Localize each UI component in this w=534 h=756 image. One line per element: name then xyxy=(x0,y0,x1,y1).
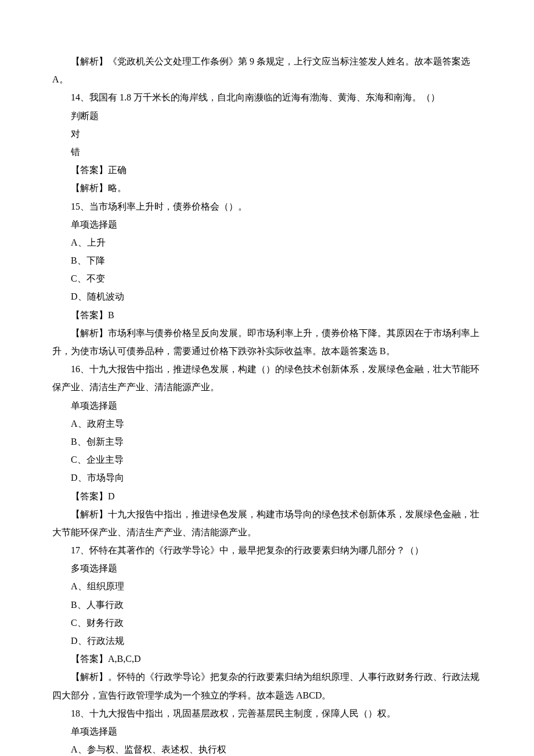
q16-option-a: A、政府主导 xyxy=(52,415,482,433)
q13-explanation: 【解析】《党政机关公文处理工作条例》第 9 条规定，上行文应当标注签发人姓名。故… xyxy=(52,52,482,88)
q16-explanation: 【解析】十九大报告中指出，推进绿色发展，构建市场导向的绿色技术创新体系，发展绿色… xyxy=(52,505,482,541)
q15-stem: 15、当市场利率上升时，债券价格会（）。 xyxy=(52,197,482,215)
q16-answer: 【答案】D xyxy=(52,487,482,505)
q17-type: 多项选择题 xyxy=(52,559,482,577)
q16-option-b: B、创新主导 xyxy=(52,433,482,451)
q16-option-d: D、市场导向 xyxy=(52,469,482,487)
q14-type: 判断题 xyxy=(52,107,482,125)
q17-answer: 【答案】A,B,C,D xyxy=(52,650,482,668)
q15-option-c: C、不变 xyxy=(52,269,482,287)
q15-option-b: B、下降 xyxy=(52,251,482,269)
q18-option-a: A、参与权、监督权、表述权、执行权 xyxy=(52,740,482,756)
q17-option-d: D、行政法规 xyxy=(52,632,482,650)
q14-stem: 14、我国有 1.8 万千米长的海岸线，自北向南濒临的近海有渤海、黄海、东海和南… xyxy=(52,88,482,106)
q14-option-true: 对 xyxy=(52,125,482,143)
q16-type: 单项选择题 xyxy=(52,397,482,415)
q15-explanation: 【解析】市场利率与债券价格呈反向发展。即市场利率上升，债券价格下降。其原因在于市… xyxy=(52,324,482,360)
q14-option-false: 错 xyxy=(52,143,482,161)
q17-option-c: C、财务行政 xyxy=(52,614,482,632)
q17-option-a: A、组织原理 xyxy=(52,577,482,595)
q16-option-c: C、企业主导 xyxy=(52,451,482,469)
q18-stem: 18、十九大报告中指出，巩固基层政权，完善基层民主制度，保障人民（）权。 xyxy=(52,704,482,722)
q17-stem: 17、怀特在其著作的《行政学导论》中，最早把复杂的行政要素归纳为哪几部分？（） xyxy=(52,541,482,559)
q15-type: 单项选择题 xyxy=(52,215,482,233)
q16-stem: 16、十九大报告中指出，推进绿色发展，构建（）的绿色技术创新体系，发展绿色金融，… xyxy=(52,360,482,396)
q14-explanation: 【解析】略。 xyxy=(52,179,482,197)
q17-option-b: B、人事行政 xyxy=(52,596,482,614)
q15-option-d: D、随机波动 xyxy=(52,287,482,305)
q15-answer: 【答案】B xyxy=(52,306,482,324)
q18-type: 单项选择题 xyxy=(52,722,482,740)
document-page: 【解析】《党政机关公文处理工作条例》第 9 条规定，上行文应当标注签发人姓名。故… xyxy=(0,0,534,756)
q15-option-a: A、上升 xyxy=(52,233,482,251)
q17-explanation: 【解析】。怀特的《行政学导论》把复杂的行政要素归纳为组织原理、人事行政财务行政、… xyxy=(52,668,482,704)
q14-answer: 【答案】正确 xyxy=(52,161,482,179)
